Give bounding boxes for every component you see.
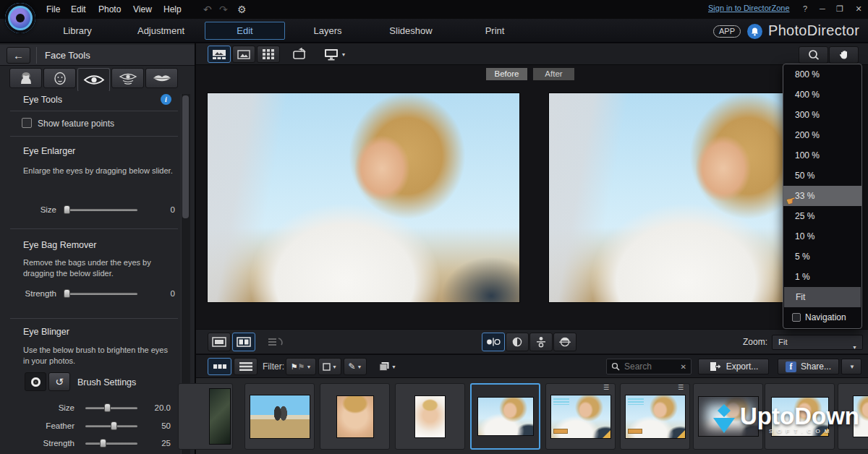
thumbnail-slot[interactable]: ☰ xyxy=(620,383,690,450)
zoom-option-50[interactable]: 50 % xyxy=(783,166,861,186)
eraser-brush-button[interactable]: ↺ xyxy=(48,372,70,391)
tool-tab-eye-bag-icon[interactable] xyxy=(111,68,144,88)
maximize-button[interactable]: ❐ xyxy=(832,0,848,17)
thumbnail-slot[interactable] xyxy=(244,383,315,450)
thumbnail-slot[interactable]: ☰ xyxy=(545,383,616,450)
menu-help[interactable]: Help xyxy=(161,0,184,19)
compare-split-left-right-button[interactable] xyxy=(506,333,529,351)
settings-gear-icon[interactable]: ⚙ xyxy=(237,0,247,19)
view-mode-viewer-filmstrip-button[interactable] xyxy=(208,46,231,63)
thumbnail-slot[interactable] xyxy=(178,383,233,450)
panel-scrollbar-thumb[interactable] xyxy=(182,95,189,218)
zoom-option-100[interactable]: 100 % xyxy=(783,145,861,166)
share-button[interactable]: f Share... xyxy=(778,359,839,374)
search-input[interactable] xyxy=(623,361,681,372)
after-tab[interactable]: After xyxy=(533,68,574,80)
strength-slider[interactable] xyxy=(65,293,137,295)
before-photo[interactable] xyxy=(207,93,520,303)
dual-pane-button[interactable] xyxy=(232,333,255,351)
tab-edit[interactable]: Edit xyxy=(205,22,285,40)
redo-icon[interactable]: ↷ xyxy=(219,0,228,19)
tool-tab-eye-icon[interactable] xyxy=(77,68,110,92)
thumbnail-photo[interactable] xyxy=(209,388,231,445)
show-feature-points-checkbox[interactable] xyxy=(22,118,32,128)
tab-print[interactable]: Print xyxy=(482,19,508,43)
zoom-level-dropdown[interactable]: Fit ▼ xyxy=(772,335,863,350)
menu-view[interactable]: View xyxy=(130,0,155,19)
single-pane-button[interactable] xyxy=(208,333,231,351)
zoom-option-33[interactable]: 33 % ☛ xyxy=(783,186,861,206)
compare-top-bottom-button[interactable] xyxy=(529,333,553,351)
display-monitor-button[interactable]: ▼ xyxy=(320,46,349,63)
thumbnail-photo-laughing[interactable] xyxy=(414,395,446,438)
tool-tab-hair-icon[interactable] xyxy=(9,68,42,88)
size-slider[interactable] xyxy=(65,209,137,211)
zoom-option-200[interactable]: 200 % xyxy=(783,125,861,145)
thumbnail-photo-edited[interactable] xyxy=(625,395,686,439)
menu-edit[interactable]: Edit xyxy=(68,0,89,19)
undo-icon[interactable]: ↶ xyxy=(203,0,212,19)
zoom-option-25[interactable]: 25 % xyxy=(783,206,861,226)
zoom-option-5[interactable]: 5 % xyxy=(783,247,861,267)
filmstrip-view-button[interactable] xyxy=(208,358,231,375)
zoom-option-1[interactable]: 1 % xyxy=(783,267,861,287)
sync-view-button[interactable] xyxy=(263,333,286,351)
thumbnail-photo-selected[interactable] xyxy=(477,397,534,436)
size-slider-knob[interactable] xyxy=(64,205,70,214)
zoom-option-800[interactable]: 800 % xyxy=(783,64,861,85)
before-tab[interactable]: Before xyxy=(486,68,527,80)
signin-link[interactable]: Sign in to DirectorZone xyxy=(708,4,790,12)
tool-tab-mouth-icon[interactable] xyxy=(145,68,178,88)
brush-strength-slider[interactable] xyxy=(85,442,137,445)
export-button[interactable]: Export... xyxy=(698,359,769,374)
brush-size-knob[interactable] xyxy=(104,403,111,412)
tab-layers[interactable]: Layers xyxy=(310,19,346,43)
thumbnail-slot-selected[interactable] xyxy=(470,383,540,450)
compare-split-top-bottom-button[interactable] xyxy=(553,333,576,351)
menu-photo[interactable]: Photo xyxy=(95,0,124,19)
tab-library[interactable]: Library xyxy=(56,19,99,43)
adjusted-filter-dropdown[interactable]: ✎ ▼ xyxy=(344,358,367,375)
tool-tab-face-shape-icon[interactable] xyxy=(43,68,76,88)
menu-file[interactable]: File xyxy=(43,0,63,19)
list-view-button[interactable] xyxy=(234,358,258,375)
brush-size-slider[interactable] xyxy=(85,407,137,409)
thumbnail-photo-edited[interactable] xyxy=(550,395,611,439)
help-button[interactable]: ? xyxy=(797,0,813,17)
view-mode-grid-button[interactable] xyxy=(257,46,280,63)
tab-slideshow[interactable]: Slideshow xyxy=(388,19,433,43)
zoom-option-fit[interactable]: Fit xyxy=(784,287,861,307)
zoom-option-400[interactable]: 400 % xyxy=(783,85,861,105)
flag-filter-dropdown[interactable]: ⚑ ⚑ ▼ xyxy=(286,358,316,375)
share-options-dropdown[interactable]: ▼ xyxy=(841,359,861,374)
back-button[interactable]: ← xyxy=(7,47,30,64)
brush-feather-slider[interactable] xyxy=(85,425,137,427)
zoom-option-300[interactable]: 300 % xyxy=(783,105,861,125)
notification-bell-icon[interactable] xyxy=(747,24,762,39)
label-filter-dropdown[interactable]: ▼ xyxy=(318,358,341,375)
navigation-checkbox[interactable] xyxy=(792,313,801,322)
pan-tool-button[interactable] xyxy=(829,46,859,64)
compare-side-by-side-button[interactable] xyxy=(482,333,505,351)
app-badge[interactable]: APP xyxy=(713,25,741,38)
zoom-navigation-option[interactable]: Navigation xyxy=(783,307,861,329)
minimize-button[interactable]: ─ xyxy=(814,0,830,17)
brush-button[interactable] xyxy=(25,372,46,391)
thumbnail-photo-portrait[interactable] xyxy=(336,395,374,438)
rotate-canvas-button[interactable] xyxy=(288,46,311,63)
stack-options-dropdown[interactable]: ▼ xyxy=(374,358,401,375)
thumbnail-slot[interactable] xyxy=(320,383,390,450)
close-button[interactable]: ✕ xyxy=(851,0,867,17)
thumbnail-slot[interactable] xyxy=(395,383,465,450)
info-icon[interactable]: i xyxy=(161,94,171,105)
thumbnail-photo-beach[interactable] xyxy=(250,395,310,439)
search-clear-icon[interactable]: ✕ xyxy=(681,363,686,371)
zoom-tool-button[interactable] xyxy=(799,46,828,64)
brush-strength-knob[interactable] xyxy=(100,439,106,447)
brush-feather-knob[interactable] xyxy=(111,421,117,430)
view-mode-single-button[interactable] xyxy=(232,46,255,63)
search-box[interactable]: ✕ xyxy=(606,359,692,374)
zoom-option-10[interactable]: 10 % xyxy=(783,226,861,247)
strength-slider-knob[interactable] xyxy=(64,289,70,298)
tab-adjustment[interactable]: Adjustment xyxy=(134,19,188,43)
